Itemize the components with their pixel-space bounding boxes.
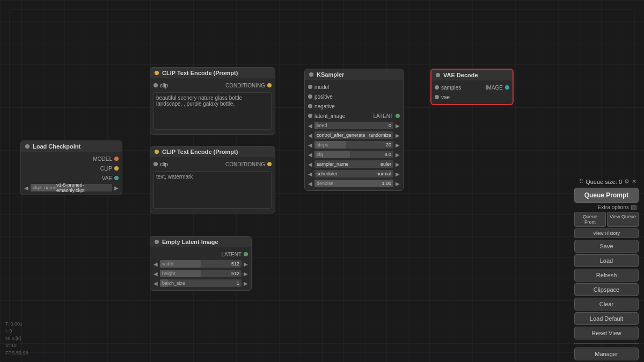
view-history-button[interactable]: View History [574,228,639,238]
b-bar: batch_size 1 [160,279,241,287]
sched-bar[interactable]: scheduler normal [314,170,393,178]
port-model: MODEL [93,156,112,162]
den-arrow-r[interactable]: ▶ [394,181,401,187]
save-button[interactable]: Save [574,240,639,253]
samp-label: sampler_name [317,161,349,167]
samp-arrow-l[interactable]: ◀ [307,161,313,167]
den-bar: denoise 1.00 [314,180,393,187]
seed-value: 0 [389,123,391,128]
close-icon[interactable]: ✕ [632,178,636,185]
ctrl-arrow-r[interactable]: ▶ [394,132,401,138]
ks-steps-row: ◀ steps 20 ▶ [305,140,403,150]
vd-row-vae: vae [431,92,513,102]
right-panel: ⠿ Queue size: 0 ⚙ ✕ Queue Prompt Extra o… [574,177,639,362]
queue-prompt-button[interactable]: Queue Prompt [574,188,639,203]
port-dot-model-in [308,85,312,89]
node-title: Load Checkpoint [33,143,80,150]
h-label: height [162,271,175,276]
w-arrow-r[interactable]: ▶ [243,261,249,267]
w-label: width [162,261,173,267]
ks-negative-label: negative [314,104,400,109]
refresh-button[interactable]: Refresh [574,269,639,282]
clipspace-button[interactable]: Clipspace [574,283,639,296]
den-arrow-l[interactable]: ◀ [307,181,313,187]
port-dot-samples-in [435,85,439,90]
node-row-model: MODEL [21,154,122,164]
samp-bar[interactable]: sampler_name euler [314,160,393,168]
ctrl-arrow-l[interactable]: ◀ [307,132,313,138]
reset-view-button[interactable]: Reset View [574,327,639,339]
h-arrow-l[interactable]: ◀ [152,271,159,277]
clip-input-row: clip CONDITIONING [150,80,275,90]
load-button[interactable]: Load [574,254,639,267]
vd-row-samples: samples IMAGE [431,83,513,92]
vd-samples-label: samples [441,85,486,91]
seed-arrow-r[interactable]: ▶ [394,123,401,129]
ks-model-label: model [314,84,400,90]
node-ksampler-body: model positive negative latent_image LAT… [305,80,403,190]
gear-icon[interactable]: ⚙ [624,178,630,185]
extra-options-checkbox[interactable] [631,205,636,210]
clip-input-label-2: clip [160,161,225,167]
port-dot-clip-in [153,83,158,87]
slider-arrow-left[interactable]: ◀ [23,185,30,191]
cfg-bar: cfg 8.0 [314,151,393,158]
status-n: N: 6 [8] [5,335,28,343]
node-empty-latent-header: Empty Latent Image [150,237,251,247]
sched-arrow-r[interactable]: ▶ [394,171,401,177]
status-v: V: 10 [5,342,28,350]
node-body-2: clip CONDITIONING text, watermark [150,157,275,213]
node-dot-ks [309,72,313,77]
eli-latent-output: LATENT [221,252,241,257]
node-dot-eli [155,240,159,244]
clip-text-1[interactable]: beautiful scenery nature glass bottle la… [153,92,272,130]
h-arrow-r[interactable]: ▶ [243,271,249,277]
steps-arrow-r[interactable]: ▶ [394,142,401,148]
clip-text-2[interactable]: text, watermark [153,171,272,209]
node-title-2: CLIP Text Encode (Prompt) [162,149,238,155]
node-dot-1 [155,71,159,75]
seed-arrow-l[interactable]: ◀ [307,123,313,129]
ctrl-bar[interactable]: control_after_generate randomize [314,131,393,139]
eli-batch-row: ◀ batch_size 1 ▶ [150,278,251,288]
steps-value: 20 [386,142,391,147]
cfg-arrow-r[interactable]: ▶ [394,152,401,158]
node-clip-text-encode-2-header: CLIP Text Encode (Prompt) [150,146,275,157]
port-dot-latent-out [396,114,400,118]
ks-row-positive: positive [305,92,403,101]
cfg-arrow-l[interactable]: ◀ [307,152,313,158]
load-default-button[interactable]: Load Default [574,312,639,325]
samp-arrow-r[interactable]: ▶ [394,161,401,167]
w-arrow-l[interactable]: ◀ [152,261,159,267]
queue-front-button[interactable]: Queue Front [574,212,606,227]
extra-options-row: Extra options [574,204,639,210]
manager-button[interactable]: Manager [574,348,639,360]
ks-latent-label: latent_image [314,113,373,119]
seed-bar: seed 0 [314,122,393,129]
slider-arrow-right[interactable]: ▶ [113,185,120,191]
ks-sampler-row: ◀ sampler_name euler ▶ [305,159,403,169]
clip-input-row-2: clip CONDITIONING [150,159,275,169]
b-arrow-l[interactable]: ◀ [152,280,159,286]
b-arrow-r[interactable]: ▶ [243,280,249,286]
sched-arrow-l[interactable]: ◀ [307,171,313,177]
status-i: I: 0 [5,328,28,335]
port-dot-image-out [505,85,509,90]
steps-arrow-l[interactable]: ◀ [307,142,313,148]
port-dot-cond-1 [267,83,272,87]
vd-vae-label: vae [441,94,509,100]
port-dot-pos-in [308,94,312,99]
clear-button[interactable]: Clear [574,298,639,311]
node-body-1: clip CONDITIONING beautiful scenery natu… [150,78,275,134]
steps-bar: steps 20 [314,141,393,149]
node-row-ckpt: ◀ ckpt_name v1-5-pruned-emaonly.ckpt ▶ [21,183,122,193]
port-dot-eli-latent [244,252,248,256]
view-queue-button[interactable]: View Queue [607,212,639,227]
slider-bar-ckpt: ckpt_name v1-5-pruned-emaonly.ckpt [31,184,112,191]
port-dot-model [114,157,119,161]
clip-input-label: clip [160,83,225,88]
h-bar: height 512 [160,270,241,277]
status-t: T: 0.00s [5,321,28,328]
ks-denoise-row: ◀ denoise 1.00 ▶ [305,179,403,188]
port-dot-vae-in [435,95,439,99]
